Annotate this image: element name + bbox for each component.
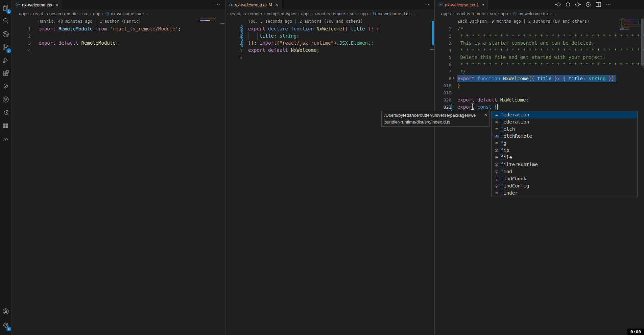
code-line[interactable]: 7 */ [435, 68, 644, 75]
breadcrumb-item[interactable]: react_ts_remote [230, 11, 262, 16]
breadcrumb-item[interactable]: src [82, 11, 88, 16]
activity-item-extension-wave[interactable] [0, 134, 11, 146]
code-editor[interactable]: Hanric, 48 minutes ago | 1 author (Hanri… [12, 18, 225, 335]
breadcrumb-item[interactable]: nx-welcome.tsx [518, 11, 549, 16]
changes-icon[interactable] [565, 1, 571, 8]
tab-nx-welcome.d.ts[interactable]: TSnx-welcome.d.tsM× [225, 0, 282, 9]
breadcrumb-item[interactable]: src [490, 11, 496, 16]
breadcrumb-item[interactable]: apps [19, 11, 28, 16]
activity-item-source-control-graph[interactable] [0, 29, 11, 41]
breadcrumb-item[interactable]: ... [414, 11, 418, 16]
dirty-dot-icon[interactable]: ● [482, 3, 484, 6]
code-editor[interactable]: You, 5 seconds ago | 2 authors (You and … [225, 18, 434, 335]
code-line[interactable]: 2 * * * * * * * * * * * * * * * * * * * … [435, 32, 644, 40]
code-line[interactable]: 4 * * * * * * * * * * * * * * * * * * * … [435, 47, 644, 54]
fold-chevron-icon[interactable]: › [452, 75, 455, 82]
breadcrumb-item[interactable]: compiled-types [267, 11, 296, 16]
code-line[interactable]: 3 This is a starter component and can be… [435, 40, 644, 47]
activity-item-extension-ribbon[interactable] [0, 108, 11, 119]
close-icon[interactable]: × [275, 2, 278, 7]
suggestion-item-fetchRemote[interactable]: [ø]fetchRemote [492, 133, 637, 140]
more-actions-icon[interactable]: ⋯ [424, 2, 430, 8]
code-line[interactable]: 8›export function NxWelcome({ title }: {… [435, 75, 644, 82]
breadcrumb-item[interactable]: nx-welcome.tsx [111, 11, 141, 16]
run-icon[interactable] [585, 1, 592, 8]
suggestion-item-fetch[interactable]: ≡fetch [492, 126, 637, 133]
line-number: 5 [225, 54, 242, 61]
suggestion-item-find[interactable]: find [492, 168, 637, 175]
code-line[interactable]: 4export default NxWelcome; [225, 47, 434, 54]
code-line[interactable]: 818} [435, 82, 644, 89]
previous-change-icon[interactable] [554, 1, 561, 8]
suggestion-item-fib[interactable]: fib [492, 147, 637, 154]
next-change-icon[interactable] [575, 1, 581, 8]
code-line[interactable]: 3export default RemoteModule; [12, 40, 225, 47]
suggestion-item-federation[interactable]: ≡federation [492, 111, 637, 118]
activity-item-extensions[interactable] [0, 68, 11, 80]
code-text: export default NxWelcome; [248, 47, 319, 54]
git-blame-codelens[interactable]: Hanric, 48 minutes ago | 1 author (Hanri… [39, 18, 141, 24]
editor-group-divider[interactable] [434, 0, 435, 335]
breadcrumb-item[interactable]: app [501, 11, 508, 16]
activity-item-source-control[interactable]: 7 [0, 42, 11, 53]
breadcrumb-item[interactable]: nx-welcome.d.ts [378, 11, 409, 16]
code-line[interactable]: 1import RemoteModule from 'react_ts_remo… [12, 25, 225, 32]
git-blame-codelens[interactable]: You, 5 seconds ago | 2 authors (You and … [248, 18, 363, 24]
suggestion-item-file[interactable]: ≡file [492, 154, 637, 161]
minimap[interactable] [200, 19, 217, 21]
breadcrumb-item[interactable]: app [93, 11, 100, 16]
code-line[interactable]: 821export const f [435, 104, 644, 111]
suggestion-item-findConfig[interactable]: findConfig [492, 182, 637, 189]
activity-item-todo-tree[interactable] [0, 82, 11, 93]
breadcrumb-item[interactable]: react-ts-remote [455, 11, 485, 16]
activity-item-explorer[interactable]: 1 [0, 3, 11, 14]
editor-group-divider[interactable] [225, 0, 225, 335]
editor-group-1: nx-welcome.tsx×⋯apps›react-ts-nested-rem… [12, 0, 225, 335]
more-actions-icon[interactable]: ⋯ [605, 1, 612, 8]
code-text: * * * * * * * * * * * * * * * * * * * * … [457, 61, 644, 68]
code-line[interactable]: 6 * * * * * * * * * * * * * * * * * * * … [435, 61, 644, 68]
suggestion-item-fg[interactable]: ≡fg [492, 140, 637, 147]
activity-item-run-and-debug[interactable] [0, 55, 11, 67]
breadcrumb-item[interactable]: src [350, 11, 356, 16]
code-line[interactable]: 1export declare function NxWelcome({ tit… [225, 25, 434, 32]
activity-item-search[interactable] [0, 16, 11, 27]
tab-nx-welcome.tsx[interactable]: nx-welcome.tsx× [12, 0, 62, 9]
activity-item-git-graph[interactable] [0, 94, 11, 106]
breadcrumb-item[interactable]: react-ts-nested-remote [33, 11, 78, 16]
suggestion-label: federation [501, 118, 529, 126]
suggestion-item-findChunk[interactable]: findChunk [492, 175, 637, 182]
suggest-details-path-line1: /Users/bytedance/outter/universe/package… [384, 112, 482, 119]
code-line[interactable]: 3}): import("react/jsx-runtime").JSX.Ele… [225, 40, 434, 47]
breadcrumb-item[interactable]: ... [553, 11, 557, 16]
scrollbar-slider[interactable] [641, 19, 644, 66]
close-icon[interactable]: × [56, 2, 58, 7]
suggestion-item-federation[interactable]: ≡federation [492, 118, 637, 126]
code-line[interactable]: 2 [12, 32, 225, 40]
activity-item-settings[interactable]: 1 [0, 320, 11, 332]
code-line[interactable]: 5 Delete this file and get started with … [435, 54, 644, 61]
git-blame-codelens[interactable]: Zack Jackson, 9 months ago | 2 authors (… [457, 18, 589, 24]
minimap[interactable] [621, 19, 641, 30]
breadcrumb-item[interactable]: react-ts-remote [315, 11, 345, 16]
minimap-line [621, 20, 640, 20]
suggestion-kind-text-icon: ≡ [493, 111, 500, 118]
code-line[interactable]: 819 [435, 89, 644, 96]
code-line[interactable]: 1/* [435, 25, 644, 32]
breadcrumb-item[interactable]: app [360, 11, 368, 16]
activity-item-extension-grid[interactable] [0, 121, 11, 132]
tab-nx-welcome.tsx-1[interactable]: nx-welcome.tsx 1● [435, 0, 488, 9]
code-line[interactable]: 2 title: string; [225, 32, 434, 40]
suggestion-item-finder[interactable]: ≡finder [492, 189, 637, 197]
code-line[interactable]: 5 [225, 54, 434, 61]
breadcrumb-item[interactable]: apps [301, 11, 310, 16]
code-line[interactable]: 820export default NxWelcome; [435, 96, 644, 104]
more-actions-icon[interactable]: ⋯ [215, 2, 220, 8]
breadcrumb-item[interactable]: ... [146, 11, 149, 16]
suggestion-item-filterRuntime[interactable]: filterRuntime [492, 161, 637, 168]
split-editor-icon[interactable] [595, 1, 602, 8]
code-line[interactable]: 4 [12, 47, 225, 54]
breadcrumb-item[interactable]: apps [441, 11, 451, 16]
close-icon[interactable]: × [484, 112, 487, 117]
activity-item-accounts[interactable] [0, 306, 11, 318]
